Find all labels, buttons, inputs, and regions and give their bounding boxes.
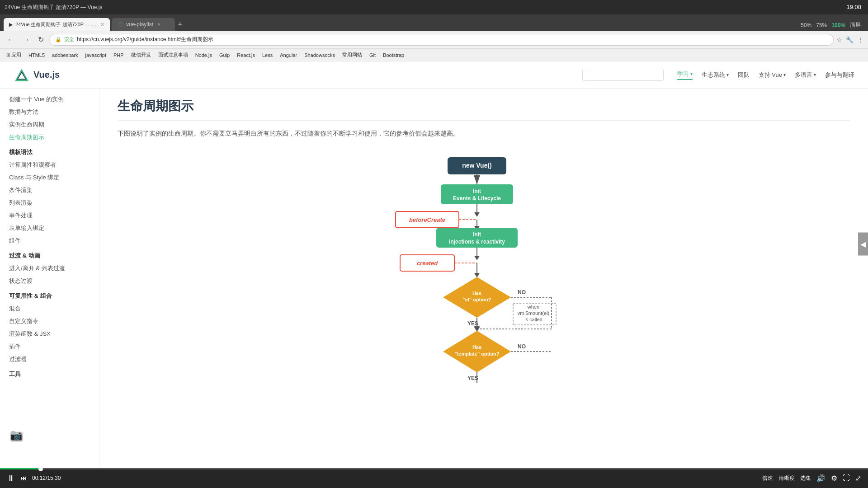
settings-button[interactable]: ⚙	[831, 474, 837, 483]
bookmark-common[interactable]: 常用网站	[340, 51, 365, 59]
sidebar-item-filters[interactable]: 过滤器	[0, 353, 99, 366]
sidebar-item-class-style[interactable]: Class 与 Style 绑定	[0, 171, 99, 184]
bookmark-adobespark[interactable]: adobespark	[49, 52, 81, 59]
when-mount-line2: vm.$mount(el)	[518, 310, 549, 316]
speed-label[interactable]: 倍速	[762, 474, 773, 482]
chevron-down-icon-2: ▾	[726, 72, 729, 77]
nav-item-support[interactable]: 支持 Vue ▾	[759, 71, 786, 79]
pause-button[interactable]: ⏸	[7, 474, 15, 483]
bookmark-interview[interactable]: 面试注意事项	[156, 51, 191, 59]
bookmark-less-label: Less	[262, 52, 273, 58]
volume-button[interactable]: 🔊	[816, 474, 826, 483]
vue-logo-icon	[14, 67, 30, 83]
bookmark-wechat[interactable]: 微信开发	[128, 51, 154, 59]
tab-close-2[interactable]: ✕	[157, 22, 161, 28]
tab-favicon-1: ▶	[9, 22, 13, 28]
zoom-50[interactable]: 50%	[801, 22, 811, 28]
sidebar-item-mixins[interactable]: 混合	[0, 302, 99, 315]
sidebar-item-state-transition[interactable]: 状态过渡	[0, 275, 99, 287]
sidebar-item-plugins[interactable]: 插件	[0, 340, 99, 353]
progress-bar-container[interactable]	[0, 468, 868, 469]
tab-close-1[interactable]: ✕	[100, 22, 104, 28]
nav-item-language[interactable]: 多语言 ▾	[795, 71, 816, 79]
time-display: 00:12/15:30	[32, 475, 61, 481]
bookmark-bootstrap-label: Bootstrap	[383, 52, 404, 58]
nav-item-team[interactable]: 团队	[738, 71, 750, 79]
quality-label[interactable]: 清晰度	[778, 474, 795, 482]
sidebar-item-custom-directive[interactable]: 自定义指令	[0, 315, 99, 328]
bookmark-gulp[interactable]: Gulp	[217, 52, 232, 59]
when-mount-line1: when	[527, 304, 539, 310]
video-controls-bar: ⏸ ⏭ 00:12/15:30 倍速 清晰度 选集 🔊 ⚙ ⛶ ⤢	[0, 468, 868, 488]
search-input[interactable]	[582, 69, 664, 81]
address-bar[interactable]: 🔒 安全 https://cn.vuejs.org/v2/guide/insta…	[49, 34, 834, 46]
bookmark-react[interactable]: React.js	[234, 52, 258, 59]
no-label-2: NO	[518, 343, 526, 350]
header-search[interactable]	[582, 69, 664, 81]
sidebar-item-lifecycle-diagram[interactable]: 生命周期图示	[0, 131, 99, 144]
sidebar-section-transition: 过渡 & 动画	[0, 247, 99, 262]
sidebar-item-components[interactable]: 组件	[0, 235, 99, 247]
bookmark-html5[interactable]: HTML5	[26, 52, 47, 59]
tab-active[interactable]: ▶ 24Vue 生命周期钩子 超清720P — Vue.js ✕	[4, 18, 110, 31]
expand-button[interactable]: ⤢	[855, 474, 861, 483]
bookmark-git-label: Git	[369, 52, 376, 58]
bookmark-gulp-label: Gulp	[219, 52, 230, 58]
sidebar-item-enter-leave[interactable]: 进入/离开 & 列表过渡	[0, 262, 99, 275]
nav-item-contribute[interactable]: 参与与翻译	[825, 71, 854, 79]
progress-thumb[interactable]	[38, 467, 43, 471]
sidebar-item-lifecycle[interactable]: 实例生命周期	[0, 118, 99, 131]
zoom-fullscreen[interactable]: 满屏	[850, 21, 861, 29]
bookmark-php[interactable]: PHP	[111, 52, 127, 59]
yes-label-2: YES	[467, 375, 478, 381]
yes-label-1: YES	[467, 320, 478, 327]
sidebar-item-data-methods[interactable]: 数据与方法	[0, 106, 99, 118]
sidebar-item-events[interactable]: 事件处理	[0, 209, 99, 222]
vue-logo[interactable]: Vue.js	[14, 67, 60, 83]
playlist-label[interactable]: 选集	[800, 474, 811, 482]
page-title: 生命周期图示	[118, 98, 850, 121]
bookmark-react-label: React.js	[237, 52, 255, 58]
nav-item-ecosystem[interactable]: 生态系统 ▾	[702, 71, 729, 79]
sidebar-item-render-jsx[interactable]: 渲染函数 & JSX	[0, 328, 99, 340]
chevron-down-icon-4: ▾	[814, 72, 816, 77]
bookmark-git[interactable]: Git	[367, 52, 378, 59]
bookmark-shadowsocks[interactable]: Shadowsocks	[302, 52, 338, 59]
nav-item-learn[interactable]: 学习 ▾	[677, 70, 693, 80]
bookmark-angular[interactable]: Angular	[277, 52, 300, 59]
has-template-line2: "template" option?	[454, 351, 499, 357]
bookmark-angular-label: Angular	[280, 52, 297, 58]
bookmark-php-label: PHP	[113, 52, 124, 58]
sidebar-collapse-arrow[interactable]: ◀	[858, 233, 868, 256]
bookmark-star-icon[interactable]: ☆	[836, 36, 842, 43]
created-label: created	[417, 260, 438, 267]
sidebar-item-create-instance[interactable]: 创建一个 Vue 的实例	[0, 93, 99, 106]
bookmark-less[interactable]: Less	[259, 52, 275, 59]
refresh-button[interactable]: ↻	[35, 33, 47, 46]
skip-button[interactable]: ⏭	[20, 474, 27, 482]
new-tab-button[interactable]: +	[178, 18, 183, 31]
sidebar-item-conditional[interactable]: 条件渲染	[0, 184, 99, 197]
sidebar-item-list[interactable]: 列表渲染	[0, 197, 99, 209]
no-label-1: NO	[518, 289, 526, 296]
bookmark-nodejs[interactable]: Node.js	[193, 52, 215, 59]
zoom-75[interactable]: 75%	[816, 22, 827, 28]
extensions-icon[interactable]: 🔧	[846, 36, 854, 43]
bookmarks-bar: ⊞ 应用 HTML5 adobespark javascript PHP 微信开…	[0, 49, 868, 61]
sidebar-item-form[interactable]: 表单输入绑定	[0, 222, 99, 235]
bookmark-bootstrap[interactable]: Bootstrap	[380, 52, 407, 59]
bookmark-wechat-label: 微信开发	[131, 52, 151, 58]
navigation-bar: ← → ↻ 🔒 安全 https://cn.vuejs.org/v2/guide…	[0, 31, 868, 49]
bookmark-javascript[interactable]: javascript	[83, 52, 109, 59]
init-injections-line1: Init	[473, 231, 481, 238]
forward-button[interactable]: →	[20, 34, 33, 46]
bookmark-apps[interactable]: ⊞ 应用	[4, 51, 24, 59]
fullscreen-button[interactable]: ⛶	[843, 474, 850, 482]
screenshot-icon[interactable]: 📷	[10, 429, 22, 441]
tab-inactive[interactable]: 🎵 vue-playlist ✕	[112, 18, 175, 31]
when-mount-line3: is called	[524, 317, 542, 322]
menu-icon[interactable]: ⋮	[857, 36, 863, 43]
back-button[interactable]: ←	[5, 34, 17, 46]
zoom-100[interactable]: 100%	[831, 22, 845, 28]
sidebar-item-computed[interactable]: 计算属性和观察者	[0, 159, 99, 171]
